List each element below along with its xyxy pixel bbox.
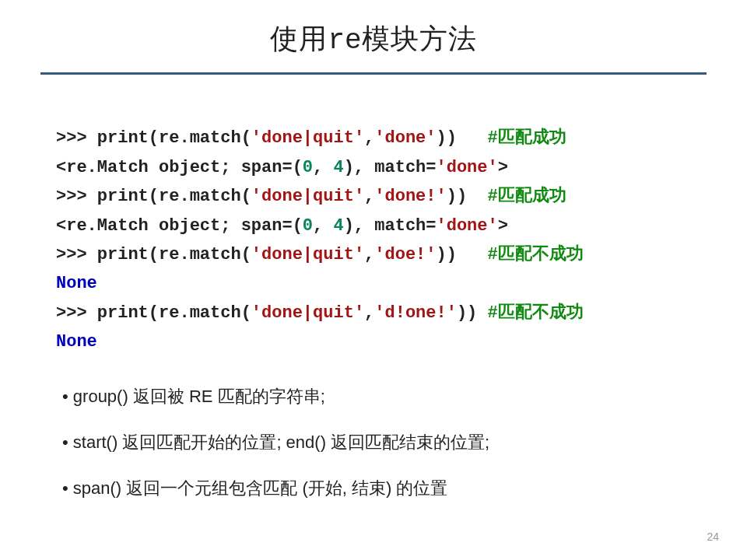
code-line: <re.Match object; span=(0, 4), match='do… (56, 216, 508, 236)
slide-title: 使用re模块方法 (0, 0, 747, 61)
list-item: start() 返回匹配开始的位置; end() 返回匹配结束的位置; (62, 429, 707, 455)
code-line: None (56, 274, 97, 293)
code-line: >>> print(re.match('done|quit','doe!')) … (56, 245, 584, 264)
code-line: <re.Match object; span=(0, 4), match='do… (56, 158, 508, 177)
page-number: 24 (707, 530, 719, 543)
list-item: group() 返回被 RE 匹配的字符串; (62, 383, 707, 409)
code-line: >>> print(re.match('done|quit','done')) … (56, 128, 566, 148)
code-line: >>> print(re.match('done|quit','done!'))… (56, 187, 566, 206)
title-pre: 使用 (270, 23, 328, 54)
list-item: span() 返回一个元组包含匹配 (开始, 结束) 的位置 (62, 475, 707, 501)
title-post: 模块方法 (362, 23, 477, 54)
code-line: None (56, 332, 97, 352)
bullet-list: group() 返回被 RE 匹配的字符串; start() 返回匹配开始的位置… (62, 383, 707, 501)
title-mono: re (328, 25, 361, 57)
title-rule (40, 72, 707, 75)
code-line: >>> print(re.match('done|quit','d!one!')… (56, 303, 584, 323)
code-block: >>> print(re.match('done|quit','done')) … (56, 95, 707, 357)
